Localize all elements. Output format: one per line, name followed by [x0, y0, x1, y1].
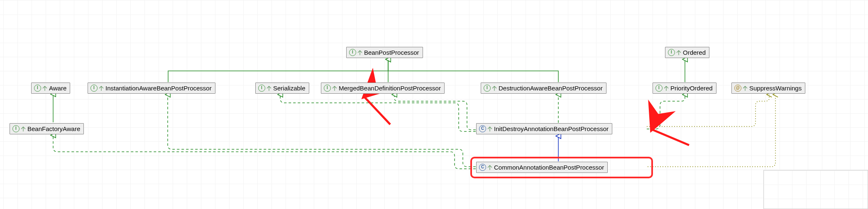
interface-icon: I	[12, 125, 20, 132]
interface-icon: I	[34, 85, 41, 92]
interface-icon: I	[668, 49, 675, 56]
interface-icon: I	[258, 85, 265, 92]
node-label: Serializable	[273, 84, 306, 92]
node-label: InstantiationAwareBeanPostProcessor	[105, 84, 212, 92]
collapse-icon	[492, 85, 497, 91]
node-priority[interactable]: I PriorityOrdered	[653, 83, 716, 94]
node-bpp[interactable]: I BeanPostProcessor	[346, 47, 423, 58]
minimap[interactable]	[763, 170, 868, 209]
node-label: PriorityOrdered	[670, 84, 713, 92]
node-label: Ordered	[683, 49, 706, 56]
node-suppress[interactable]: @ SuppressWarnings	[731, 83, 805, 94]
node-common[interactable]: C CommonAnnotationBeanPostProcessor	[476, 162, 608, 173]
node-label: InitDestroyAnnotationBeanPostProcessor	[494, 125, 609, 133]
node-aware[interactable]: I Aware	[31, 83, 70, 94]
collapse-icon	[267, 85, 271, 91]
interface-icon: I	[324, 85, 331, 92]
node-label: MergedBeanDefinitionPostProcessor	[339, 84, 441, 92]
node-ordered[interactable]: I Ordered	[665, 47, 709, 58]
node-init-destroy[interactable]: C InitDestroyAnnotationBeanPostProcessor	[476, 123, 612, 134]
node-label: SuppressWarnings	[749, 84, 802, 92]
collapse-icon	[21, 126, 26, 132]
node-label: CommonAnnotationBeanPostProcessor	[494, 163, 604, 171]
node-destruction[interactable]: I DestructionAwareBeanPostProcessor	[481, 83, 606, 94]
collapse-icon	[332, 85, 337, 91]
interface-icon: I	[90, 85, 98, 92]
collapse-icon	[487, 126, 492, 132]
interface-icon: I	[484, 85, 491, 92]
node-label: Aware	[49, 84, 66, 92]
collapse-icon	[42, 85, 47, 91]
collapse-icon	[743, 85, 748, 91]
node-inst-aware[interactable]: I InstantiationAwareBeanPostProcessor	[88, 83, 215, 94]
class-icon: C	[479, 125, 486, 132]
annotation-icon: @	[734, 85, 741, 92]
collapse-icon	[664, 85, 669, 91]
node-merged[interactable]: I MergedBeanDefinitionPostProcessor	[321, 83, 445, 94]
node-label: BeanPostProcessor	[364, 49, 419, 56]
collapse-icon	[357, 50, 362, 56]
interface-icon: I	[655, 85, 663, 92]
node-label: DestructionAwareBeanPostProcessor	[499, 84, 603, 92]
collapse-icon	[487, 165, 492, 170]
node-label: BeanFactoryAware	[27, 125, 80, 133]
collapse-icon	[99, 85, 104, 91]
diagram-grid	[0, 0, 868, 209]
collapse-icon	[676, 50, 681, 56]
interface-icon: I	[349, 49, 356, 56]
node-bfa[interactable]: I BeanFactoryAware	[10, 123, 84, 134]
node-serializable[interactable]: I Serializable	[255, 83, 309, 94]
class-icon: C	[479, 164, 486, 171]
